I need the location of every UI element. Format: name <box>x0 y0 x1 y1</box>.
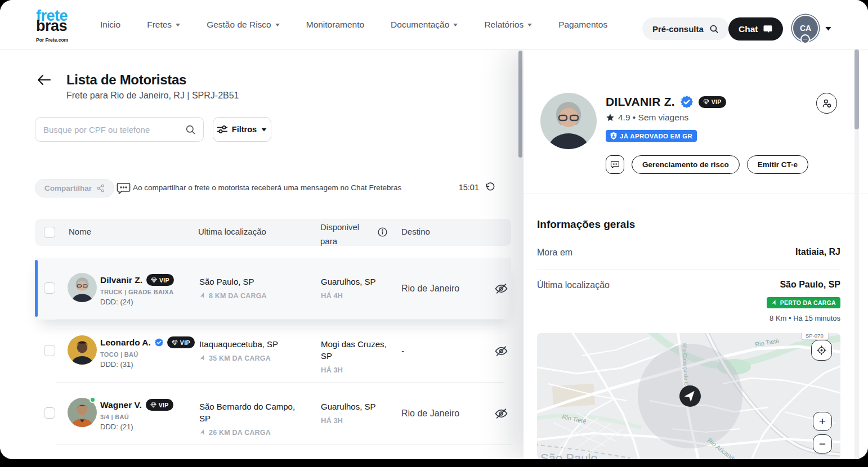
page-title: Lista de Motoristas <box>66 72 186 88</box>
destination-cell: - <box>401 346 404 356</box>
driver-identity: Leonardo A. VIP TOCO | BAÚ <box>100 336 195 369</box>
chevron-down-icon <box>275 24 280 26</box>
section-divider <box>524 194 868 194</box>
navigation-arrow-icon <box>198 354 207 363</box>
verified-badge-icon <box>155 338 163 347</box>
shield-user-icon <box>610 132 617 140</box>
verified-badge-icon <box>681 96 693 108</box>
filters-button[interactable]: Filtros <box>213 117 271 142</box>
search-icon <box>709 24 719 34</box>
chat-bubble-icon <box>763 24 773 34</box>
chevron-down-icon <box>261 128 267 132</box>
driver-row-wagner[interactable]: Wagner V. VIP 3/4 | BAÚ DDD: (21) São Be… <box>35 383 511 444</box>
nav-pagamentos[interactable]: Pagamentos <box>558 20 607 30</box>
search-input[interactable] <box>43 118 184 141</box>
diamond-icon <box>172 340 178 345</box>
driver-identity: Dilvanir Z. VIP TRUCK | GRADE BAIXA DDD:… <box>100 274 174 306</box>
nav-fretes[interactable]: Fretes <box>147 20 180 30</box>
preconsulta-button[interactable]: Pré-consulta <box>642 17 729 40</box>
driver-profile-photo <box>540 93 597 149</box>
location-map[interactable]: Rio Tietê Rio Tietê Rio Cabuçu de Cima R… <box>537 333 840 459</box>
driver-name: Leonardo A. <box>100 338 151 348</box>
driver-row-leonardo[interactable]: Leonardo A. VIP TOCO | BAÚ <box>35 320 511 382</box>
user-settings-button[interactable] <box>816 93 837 114</box>
row-checkbox[interactable] <box>44 282 55 294</box>
driver-avatar <box>68 273 97 302</box>
share-hint-text: Ao compartilhar o frete o motorista rece… <box>133 183 401 192</box>
select-all-checkbox[interactable] <box>44 227 55 238</box>
info-divider <box>537 269 840 270</box>
last-location-value: São Paulo, SP <box>780 280 840 290</box>
vip-badge: VIP <box>699 96 726 108</box>
filter-sliders-icon <box>217 125 227 134</box>
nav-documentacao[interactable]: Documentação <box>391 20 458 30</box>
user-gear-icon <box>821 98 833 109</box>
last-location-cell: São Paulo, SP 8 KM DA CARGA <box>199 276 306 300</box>
chat-button[interactable]: Chat <box>728 17 783 41</box>
back-arrow-icon[interactable] <box>36 73 52 87</box>
driver-ddd: DDD: (21) <box>100 423 173 431</box>
map-road-shield: SP-070 <box>802 333 829 340</box>
open-chat-button[interactable] <box>606 155 624 174</box>
page-subtitle: Frete para Rio de Janeiro, RJ | SPRJ-2B5… <box>66 91 239 101</box>
row-divider <box>56 444 511 445</box>
info-icon[interactable] <box>377 227 388 237</box>
available-ago: HÁ 3H <box>321 366 388 374</box>
eye-slash-icon[interactable] <box>494 406 508 420</box>
chevron-down-icon <box>527 24 532 26</box>
share-button[interactable]: Compartilhar <box>35 179 114 197</box>
general-info-title: Informações gerais <box>537 218 635 231</box>
refresh-history-icon[interactable] <box>485 182 495 192</box>
available-for-cell: Mogi das Cruzes, SP HÁ 3H <box>321 338 388 374</box>
nav-relatorios[interactable]: Relatórios <box>484 20 532 30</box>
share-nodes-icon <box>96 184 105 192</box>
status-minus-badge <box>800 34 810 44</box>
navigation-arrow-icon <box>770 299 778 307</box>
driver-avatar <box>68 335 97 365</box>
search-icon[interactable] <box>185 124 196 135</box>
row-checkbox[interactable] <box>44 407 55 419</box>
column-destination: Destino <box>401 227 430 236</box>
driver-name: Wagner V. <box>100 400 142 410</box>
lives-in-label: Mora em <box>537 248 572 258</box>
driver-location-marker[interactable] <box>679 385 701 407</box>
fretebras-logo[interactable]: frete bras Por Frete.com <box>36 9 68 47</box>
logo-tagline: Por Frete.com <box>36 33 68 47</box>
nav-inicio[interactable]: Inicio <box>100 20 120 30</box>
map-zoom-in-button[interactable]: + <box>813 412 832 431</box>
vehicle-type: 3/4 | BAÚ <box>100 414 173 420</box>
driver-row-dilvanir[interactable]: Dilvanir Z. VIP TRUCK | GRADE BAIXA DDD:… <box>35 258 511 320</box>
available-for-cell: Guarulhos, SP HÁ 3H <box>321 401 388 425</box>
map-locate-button[interactable] <box>811 340 832 361</box>
last-location-cell: São Bernardo do Campo, SP 26 KM DA CARGA <box>199 401 306 437</box>
app-window: frete bras Por Frete.com Inicio Fretes G… <box>0 0 868 459</box>
list-scrollbar-thumb[interactable] <box>518 51 522 158</box>
diamond-icon <box>703 99 709 105</box>
diamond-icon <box>150 402 156 408</box>
destination-cell: Rio de Janeiro <box>401 408 459 419</box>
row-checkbox[interactable] <box>44 345 55 356</box>
nav-monitoramento[interactable]: Monitoramento <box>306 20 364 30</box>
emit-cte-button[interactable]: Emitir CT-e <box>747 155 808 174</box>
drawer-scrollbar-thumb[interactable] <box>854 50 859 129</box>
lives-in-value: Itatiaia, RJ <box>795 247 840 257</box>
nav-gestao-de-risco[interactable]: Gestão de Risco <box>207 20 280 30</box>
eye-slash-icon[interactable] <box>494 282 508 296</box>
driver-identity: Wagner V. VIP 3/4 | BAÚ DDD: (21) <box>100 399 173 431</box>
user-menu-chevron-down-icon[interactable] <box>825 26 831 31</box>
chevron-down-icon <box>176 24 180 26</box>
locate-crosshair-icon <box>816 345 827 356</box>
driver-rating: 4.9 • Sem viagens <box>606 113 688 123</box>
risk-management-button[interactable]: Gerenciamento de risco <box>632 155 740 174</box>
logo-bras: bras <box>36 19 68 33</box>
driver-rows: Dilvanir Z. VIP TRUCK | GRADE BAIXA DDD:… <box>35 258 511 444</box>
user-avatar[interactable]: CA <box>793 16 818 41</box>
map-zoom-out-button[interactable]: − <box>813 434 832 453</box>
vehicle-type: TRUCK | GRADE BAIXA <box>100 289 174 295</box>
driver-list-panel: Lista de Motoristas Frete para Rio de Ja… <box>0 50 524 459</box>
vehicle-type: TOCO | BAÚ <box>100 351 195 358</box>
driver-ddd: DDD: (24) <box>100 298 174 306</box>
vip-badge: VIP <box>167 336 195 348</box>
eye-slash-icon[interactable] <box>494 344 508 358</box>
driver-search-box <box>35 117 204 142</box>
